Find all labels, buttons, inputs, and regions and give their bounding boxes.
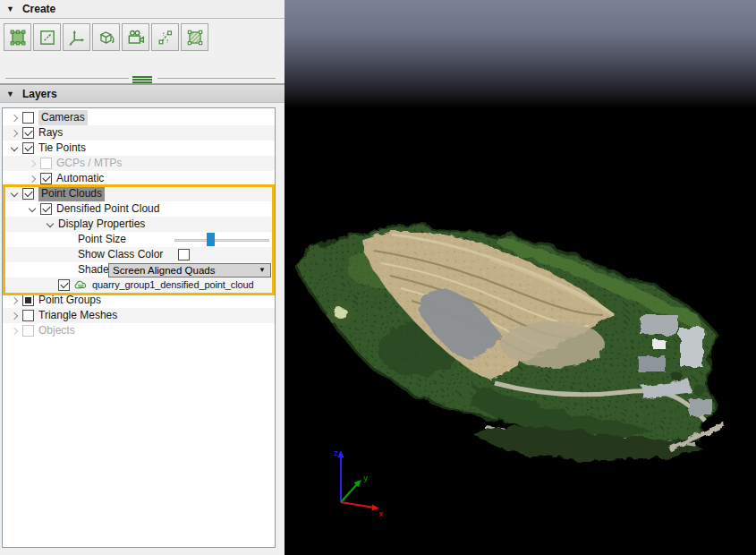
tree-row-display-properties[interactable]: Display Properties bbox=[3, 217, 275, 232]
layers-section-header[interactable]: ▼ Layers bbox=[0, 83, 285, 103]
axis-x-label: x bbox=[378, 509, 384, 518]
automatic-checkbox[interactable] bbox=[40, 173, 52, 184]
chevron-down-icon[interactable] bbox=[8, 187, 22, 201]
chevron-down-icon[interactable] bbox=[8, 141, 22, 156]
tree-row-quarry-point-cloud[interactable]: quarry_group1_densified_point_cloud bbox=[3, 278, 275, 293]
tree-label: Display Properties bbox=[58, 217, 145, 232]
objects-checkbox[interactable] bbox=[22, 325, 34, 337]
splitter-line bbox=[157, 78, 276, 79]
tree-label: Triangle Meshes bbox=[38, 308, 117, 323]
tie-points-checkbox[interactable] bbox=[22, 142, 34, 154]
section-collapse-triangle-icon[interactable]: ▼ bbox=[6, 4, 14, 13]
quarry-cloud-checkbox[interactable] bbox=[58, 279, 70, 291]
object-box-icon bbox=[97, 28, 116, 47]
slider-handle[interactable] bbox=[207, 233, 215, 246]
tree-row-show-class-color[interactable]: Show Class Color bbox=[3, 247, 275, 262]
splitter-line bbox=[5, 78, 129, 79]
tree-label: quarry_group1_densified_point_cloud bbox=[92, 278, 254, 293]
create-toolbar bbox=[4, 23, 210, 51]
tree-label: Objects bbox=[38, 323, 75, 338]
application-window: ▼ Create bbox=[0, 0, 756, 555]
tree-label-selected: Point Clouds bbox=[38, 186, 105, 201]
chevron-down-icon[interactable] bbox=[26, 202, 40, 217]
chevron-right-icon[interactable] bbox=[8, 309, 22, 323]
point-size-slider[interactable] bbox=[174, 232, 269, 247]
surface-icon bbox=[185, 28, 205, 47]
tree-row-objects[interactable]: Objects bbox=[3, 323, 275, 338]
tree-row-point-size[interactable]: Point Size bbox=[3, 232, 275, 247]
chevron-right-icon[interactable] bbox=[8, 111, 22, 125]
tree-row-automatic[interactable]: Automatic bbox=[3, 171, 275, 186]
video-camera-icon bbox=[126, 28, 146, 47]
densified-checkbox[interactable] bbox=[40, 203, 52, 215]
point-cloud-scene: z y x bbox=[285, 0, 756, 555]
polyline-icon bbox=[156, 28, 175, 47]
axis-z-label: z bbox=[334, 448, 338, 457]
create-section-title: Create bbox=[22, 3, 55, 15]
layers-section-title: Layers bbox=[22, 88, 57, 100]
chevron-right-icon[interactable] bbox=[26, 172, 40, 186]
shader-dropdown[interactable]: Screen Aligned Quads ▼ bbox=[108, 263, 271, 278]
processing-region-icon bbox=[8, 28, 28, 47]
axis-y-label: y bbox=[363, 474, 369, 482]
slider-track[interactable] bbox=[174, 239, 269, 242]
object-box-button[interactable] bbox=[92, 23, 120, 51]
shader-label: Shader bbox=[3, 262, 113, 278]
orientation-axes-button[interactable] bbox=[63, 23, 90, 51]
show-class-color-label: Show Class Color bbox=[3, 247, 163, 262]
tree-row-point-groups[interactable]: Point Groups bbox=[3, 293, 275, 308]
scale-constraint-icon bbox=[38, 28, 57, 47]
scale-constraint-button[interactable] bbox=[33, 23, 61, 51]
tree-row-rays[interactable]: Rays bbox=[3, 125, 275, 141]
tree-label: Densified Point Cloud bbox=[56, 201, 159, 217]
tree-row-triangle-meshes[interactable]: Triangle Meshes bbox=[3, 308, 275, 323]
tree-row-point-clouds[interactable]: Point Clouds bbox=[3, 186, 275, 201]
create-section-header[interactable]: ▼ Create bbox=[0, 0, 285, 19]
tree-row-shader[interactable]: Shader Screen Aligned Quads ▼ bbox=[3, 262, 275, 278]
tree-row-tie-points[interactable]: Tie Points bbox=[3, 141, 275, 156]
tree-row-cameras[interactable]: Cameras bbox=[3, 110, 275, 125]
surface-button[interactable] bbox=[181, 23, 208, 51]
point-size-label: Point Size bbox=[3, 232, 126, 247]
panel-splitter[interactable] bbox=[0, 74, 285, 82]
rays-checkbox[interactable] bbox=[22, 127, 34, 139]
video-camera-button[interactable] bbox=[122, 23, 149, 51]
point-cloud-icon bbox=[74, 280, 89, 290]
tree-label: Rays bbox=[38, 125, 63, 141]
orientation-axes-icon bbox=[67, 28, 87, 47]
chevron-down-icon[interactable] bbox=[44, 218, 58, 232]
tree-label: Automatic bbox=[56, 171, 104, 186]
tree-label: GCPs / MTPs bbox=[56, 156, 122, 171]
axis-gizmo: z y x bbox=[334, 448, 384, 518]
chevron-right-icon[interactable] bbox=[8, 294, 22, 308]
chevron-right-icon[interactable] bbox=[26, 157, 40, 171]
show-class-color-checkbox[interactable] bbox=[178, 249, 190, 260]
raycloud-3d-viewport[interactable]: z y x bbox=[285, 0, 756, 555]
section-collapse-triangle-icon[interactable]: ▼ bbox=[6, 90, 14, 98]
chevron-down-icon[interactable]: ▼ bbox=[254, 266, 270, 274]
tree-label: Point Groups bbox=[38, 293, 101, 308]
processing-region-button[interactable] bbox=[4, 23, 31, 51]
tree-row-gcps-mtps[interactable]: GCPs / MTPs bbox=[3, 156, 275, 171]
triangle-meshes-checkbox[interactable] bbox=[22, 310, 34, 321]
point-clouds-checkbox[interactable] bbox=[22, 188, 34, 200]
point-groups-checkbox[interactable] bbox=[22, 295, 34, 306]
tree-row-densified-point-cloud[interactable]: Densified Point Cloud bbox=[3, 201, 275, 217]
tree-label: Cameras bbox=[38, 110, 88, 125]
layers-tree: Cameras Rays Tie Points GCPs / MTPs Auto bbox=[2, 107, 276, 548]
cameras-checkbox[interactable] bbox=[22, 112, 34, 124]
gcps-checkbox[interactable] bbox=[40, 158, 52, 169]
polyline-button[interactable] bbox=[151, 23, 179, 51]
chevron-right-icon[interactable] bbox=[8, 324, 22, 338]
shader-dropdown-value: Screen Aligned Quads bbox=[109, 265, 254, 276]
chevron-right-icon[interactable] bbox=[8, 126, 22, 141]
tree-label: Tie Points bbox=[38, 141, 86, 156]
left-sidebar: ▼ Create bbox=[0, 0, 285, 555]
